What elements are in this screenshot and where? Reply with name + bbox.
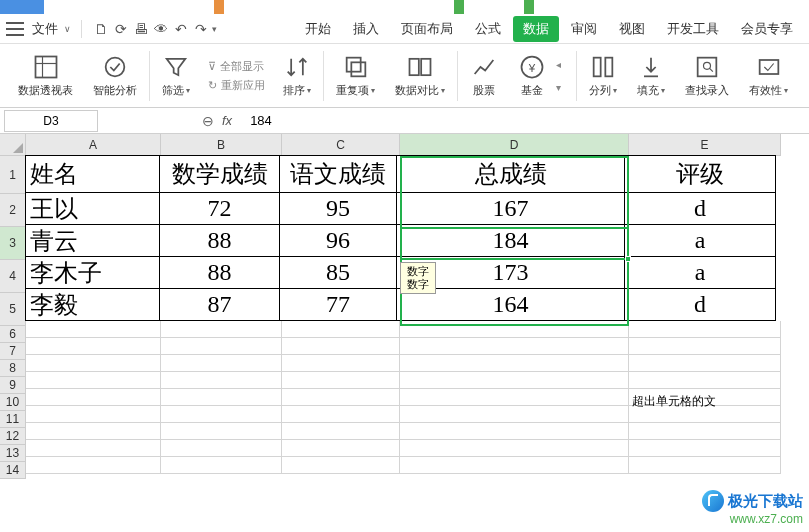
compare-button[interactable]: 数据对比▾: [385, 47, 455, 105]
filter-button[interactable]: 筛选▾: [152, 47, 200, 105]
cell-D2[interactable]: 167: [396, 192, 625, 225]
cell-A3[interactable]: 青云: [25, 224, 160, 257]
fund-button[interactable]: ¥ 基金: [508, 47, 556, 105]
doc-tab-1[interactable]: [0, 0, 44, 14]
col-E[interactable]: E: [629, 134, 781, 156]
col-D[interactable]: D: [400, 134, 629, 156]
col-C[interactable]: C: [282, 134, 400, 156]
doc-tab-4[interactable]: [524, 0, 534, 14]
cell-D7[interactable]: [400, 338, 629, 355]
cell-C9[interactable]: [282, 372, 400, 389]
cell-C7[interactable]: [282, 338, 400, 355]
row-2[interactable]: 2: [0, 194, 26, 227]
stock-button[interactable]: 股票: [460, 47, 508, 105]
save-icon[interactable]: 🗋: [92, 20, 110, 38]
cell-D13[interactable]: [400, 440, 629, 457]
row-11[interactable]: 11: [0, 411, 26, 428]
cell-E8[interactable]: [629, 355, 781, 372]
print-icon[interactable]: 🖶: [132, 20, 150, 38]
row-8[interactable]: 8: [0, 360, 26, 377]
cell-C8[interactable]: [282, 355, 400, 372]
cell-A11[interactable]: [26, 406, 161, 423]
dup-button[interactable]: 重复项▾: [326, 47, 385, 105]
cell-E7[interactable]: [629, 338, 781, 355]
doc-tab-3[interactable]: [454, 0, 464, 14]
valid-button[interactable]: 有效性▾: [739, 47, 798, 105]
redo-icon[interactable]: ↷: [192, 20, 210, 38]
cell-D6[interactable]: [400, 321, 629, 338]
cell-A9[interactable]: [26, 372, 161, 389]
cell-A8[interactable]: [26, 355, 161, 372]
cell-E5[interactable]: d: [624, 288, 776, 321]
fx-icon[interactable]: fx: [222, 113, 232, 128]
cell-C11[interactable]: [282, 406, 400, 423]
hamburger-icon[interactable]: [6, 22, 24, 36]
tab-start[interactable]: 开始: [295, 16, 341, 42]
cell-A1[interactable]: 姓名: [25, 155, 160, 193]
cell-E9[interactable]: [629, 372, 781, 389]
cell-A2[interactable]: 王以: [25, 192, 160, 225]
row-6[interactable]: 6: [0, 326, 26, 343]
cell-A10[interactable]: [26, 389, 161, 406]
formula-value[interactable]: 184: [250, 113, 272, 128]
row-12[interactable]: 12: [0, 428, 26, 445]
cell-A5[interactable]: 李毅: [25, 288, 160, 321]
cell-D1[interactable]: 总成绩: [396, 155, 625, 193]
cell-A4[interactable]: 李木子: [25, 256, 160, 289]
tab-insert[interactable]: 插入: [343, 16, 389, 42]
row-7[interactable]: 7: [0, 343, 26, 360]
cell-A7[interactable]: [26, 338, 161, 355]
tab-data[interactable]: 数据: [513, 16, 559, 42]
cell-B12[interactable]: [161, 423, 282, 440]
col-A[interactable]: A: [26, 134, 161, 156]
sync-icon[interactable]: ⟳: [112, 20, 130, 38]
cell-E14[interactable]: [629, 457, 781, 474]
cell-C2[interactable]: 95: [279, 192, 397, 225]
cell-B11[interactable]: [161, 406, 282, 423]
cell-B14[interactable]: [161, 457, 282, 474]
show-all[interactable]: ⊽全部显示: [208, 59, 265, 74]
fund-nav[interactable]: ◂▾: [556, 59, 574, 93]
row-10[interactable]: 10: [0, 394, 26, 411]
cell-E13[interactable]: [629, 440, 781, 457]
cell-C4[interactable]: 85: [279, 256, 397, 289]
cell-C10[interactable]: [282, 389, 400, 406]
cell-C12[interactable]: [282, 423, 400, 440]
cell-E2[interactable]: d: [624, 192, 776, 225]
cell-A6[interactable]: [26, 321, 161, 338]
file-menu[interactable]: 文件: [32, 20, 58, 38]
cell-C3[interactable]: 96: [279, 224, 397, 257]
col-B[interactable]: B: [161, 134, 282, 156]
cell-E6[interactable]: [629, 321, 781, 338]
cell-B9[interactable]: [161, 372, 282, 389]
row-4[interactable]: 4: [0, 260, 26, 293]
cell-C13[interactable]: [282, 440, 400, 457]
cell-D12[interactable]: [400, 423, 629, 440]
tab-member[interactable]: 会员专享: [731, 16, 803, 42]
name-box[interactable]: D3: [4, 110, 98, 132]
row-1[interactable]: 1: [0, 156, 26, 194]
cell-B13[interactable]: [161, 440, 282, 457]
select-all-corner[interactable]: [0, 134, 26, 156]
tab-review[interactable]: 审阅: [561, 16, 607, 42]
cell-A14[interactable]: [26, 457, 161, 474]
file-menu-dropdown[interactable]: ∨: [64, 24, 71, 34]
cell-E3[interactable]: a: [624, 224, 776, 257]
cell-E12[interactable]: [629, 423, 781, 440]
cell-B7[interactable]: [161, 338, 282, 355]
cell-C5[interactable]: 77: [279, 288, 397, 321]
tab-view[interactable]: 视图: [609, 16, 655, 42]
zoom-out-icon[interactable]: ⊖: [202, 113, 214, 129]
cell-B10[interactable]: [161, 389, 282, 406]
tab-dev[interactable]: 开发工具: [657, 16, 729, 42]
cell-B8[interactable]: [161, 355, 282, 372]
row-13[interactable]: 13: [0, 445, 26, 462]
cell-E4[interactable]: a: [624, 256, 776, 289]
cell-B3[interactable]: 88: [159, 224, 280, 257]
cell-D8[interactable]: [400, 355, 629, 372]
cell-D14[interactable]: [400, 457, 629, 474]
cell-C1[interactable]: 语文成绩: [279, 155, 397, 193]
tab-formula[interactable]: 公式: [465, 16, 511, 42]
preview-icon[interactable]: 👁: [152, 20, 170, 38]
reapply[interactable]: ↻重新应用: [208, 78, 265, 93]
